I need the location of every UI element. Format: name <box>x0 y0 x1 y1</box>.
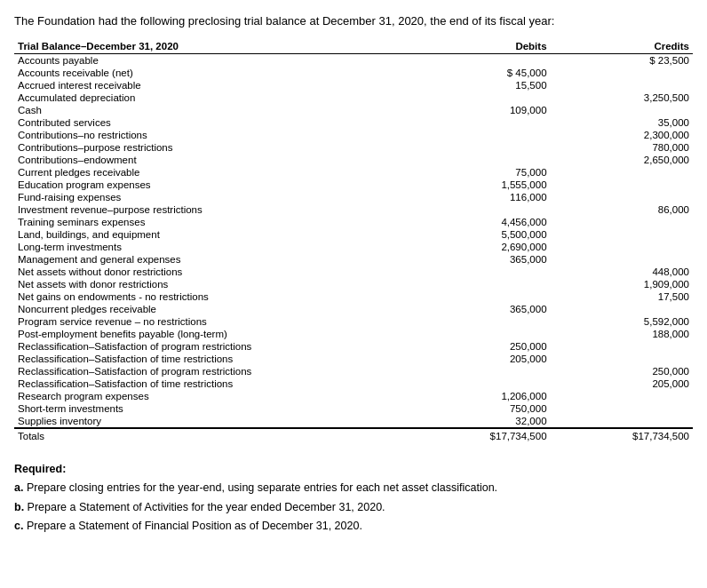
table-row: Contributions–no restrictions2,300,000 <box>14 129 693 141</box>
row-debit: 205,000 <box>408 353 550 365</box>
table-row: Accumulated depreciation3,250,500 <box>14 91 693 104</box>
header-account: Trial Balance–December 31, 2020 <box>14 40 408 54</box>
row-debit <box>408 116 550 129</box>
row-debit: 2,690,000 <box>408 241 550 253</box>
table-row: Reclassification–Satisfaction of program… <box>14 365 693 377</box>
table-row: Accounts receivable (net)$ 45,000 <box>14 67 693 79</box>
required-item: b. Prepare a Statement of Activities for… <box>14 498 693 517</box>
row-account: Reclassification–Satisfaction of program… <box>14 340 408 353</box>
row-credit <box>551 303 693 315</box>
row-account: Accounts receivable (net) <box>14 67 408 79</box>
row-account: Contributions–endowment <box>14 154 408 166</box>
required-item: c. Prepare a Statement of Financial Posi… <box>14 517 693 536</box>
required-item-label: b. <box>14 501 24 513</box>
totals-debit: $17,734,500 <box>408 428 550 442</box>
row-debit: 32,000 <box>408 415 550 428</box>
row-debit <box>408 203 550 216</box>
required-item-label: a. <box>14 481 23 494</box>
required-item-text: Prepare closing entries for the year-end… <box>23 481 497 494</box>
required-item: a. Prepare closing entries for the year-… <box>14 479 693 497</box>
table-row: Accounts payable$ 23,500 <box>14 54 693 68</box>
totals-label: Totals <box>14 428 408 442</box>
row-account: Accumulated depreciation <box>14 91 408 104</box>
table-row: Reclassification–Satisfaction of time re… <box>14 353 693 365</box>
row-debit: 4,456,000 <box>408 216 550 228</box>
row-account: Reclassification–Satisfaction of program… <box>14 365 408 377</box>
row-account: Training seminars expenses <box>14 216 408 228</box>
row-account: Net assets with donor restrictions <box>14 278 408 290</box>
header-credits: Credits <box>551 40 693 54</box>
header-debits: Debits <box>408 40 550 54</box>
row-account: Fund-raising expenses <box>14 191 408 203</box>
totals-credit: $17,734,500 <box>551 428 693 442</box>
required-item-text: Prepare a Statement of Activities for th… <box>24 501 385 513</box>
row-debit: 15,500 <box>408 79 550 91</box>
row-debit: 1,555,000 <box>408 179 550 191</box>
row-credit <box>551 216 693 228</box>
row-debit: 5,500,000 <box>408 228 550 241</box>
table-row: Education program expenses1,555,000 <box>14 179 693 191</box>
row-account: Program service revenue – no restriction… <box>14 315 408 328</box>
row-credit <box>551 67 693 79</box>
row-debit: 365,000 <box>408 303 550 315</box>
table-row: Current pledges receivable75,000 <box>14 166 693 179</box>
row-debit <box>408 266 550 278</box>
row-debit <box>408 54 550 68</box>
row-credit: 780,000 <box>551 141 693 154</box>
table-row: Contributions–endowment2,650,000 <box>14 154 693 166</box>
row-debit <box>408 315 550 328</box>
table-row: Contributions–purpose restrictions780,00… <box>14 141 693 154</box>
row-credit: $ 23,500 <box>551 54 693 68</box>
row-debit: 365,000 <box>408 253 550 266</box>
table-row: Net gains on endowments - no restriction… <box>14 290 693 303</box>
row-account: Investment revenue–purpose restrictions <box>14 203 408 216</box>
row-debit <box>408 328 550 340</box>
row-credit <box>551 104 693 116</box>
row-credit <box>551 340 693 353</box>
table-row: Management and general expenses365,000 <box>14 253 693 266</box>
table-row: Reclassification–Satisfaction of time re… <box>14 377 693 390</box>
intro-text: The Foundation had the following preclos… <box>14 14 693 28</box>
row-account: Reclassification–Satisfaction of time re… <box>14 377 408 390</box>
table-row: Program service revenue – no restriction… <box>14 315 693 328</box>
row-account: Contributions–no restrictions <box>14 129 408 141</box>
totals-row: Totals $17,734,500 $17,734,500 <box>14 428 693 442</box>
table-row: Training seminars expenses4,456,000 <box>14 216 693 228</box>
row-debit: 750,000 <box>408 402 550 415</box>
row-credit: 188,000 <box>551 328 693 340</box>
row-account: Management and general expenses <box>14 253 408 266</box>
row-credit <box>551 79 693 91</box>
row-account: Supplies inventory <box>14 415 408 428</box>
row-credit: 2,300,000 <box>551 129 693 141</box>
row-credit: 5,592,000 <box>551 315 693 328</box>
row-debit: $ 45,000 <box>408 67 550 79</box>
required-section: Required: a. Prepare closing entries for… <box>14 460 693 536</box>
row-credit: 3,250,500 <box>551 91 693 104</box>
row-credit <box>551 191 693 203</box>
table-row: Land, buildings, and equipment5,500,000 <box>14 228 693 241</box>
row-account: Noncurrent pledges receivable <box>14 303 408 315</box>
table-row: Post-employment benefits payable (long-t… <box>14 328 693 340</box>
table-row: Accrued interest receivable15,500 <box>14 79 693 91</box>
row-account: Contributed services <box>14 116 408 129</box>
row-account: Research program expenses <box>14 390 408 402</box>
row-account: Accounts payable <box>14 54 408 68</box>
required-item-text: Prepare a Statement of Financial Positio… <box>23 520 361 532</box>
table-row: Noncurrent pledges receivable365,000 <box>14 303 693 315</box>
row-credit <box>551 353 693 365</box>
row-credit: 17,500 <box>551 290 693 303</box>
row-account: Education program expenses <box>14 179 408 191</box>
row-account: Short-term investments <box>14 402 408 415</box>
row-account: Post-employment benefits payable (long-t… <box>14 328 408 340</box>
table-row: Fund-raising expenses116,000 <box>14 191 693 203</box>
row-credit <box>551 179 693 191</box>
row-debit: 116,000 <box>408 191 550 203</box>
table-row: Net assets with donor restrictions1,909,… <box>14 278 693 290</box>
row-credit: 250,000 <box>551 365 693 377</box>
row-debit: 1,206,000 <box>408 390 550 402</box>
row-credit <box>551 228 693 241</box>
table-row: Cash109,000 <box>14 104 693 116</box>
table-row: Supplies inventory32,000 <box>14 415 693 428</box>
row-credit: 86,000 <box>551 203 693 216</box>
row-debit <box>408 91 550 104</box>
